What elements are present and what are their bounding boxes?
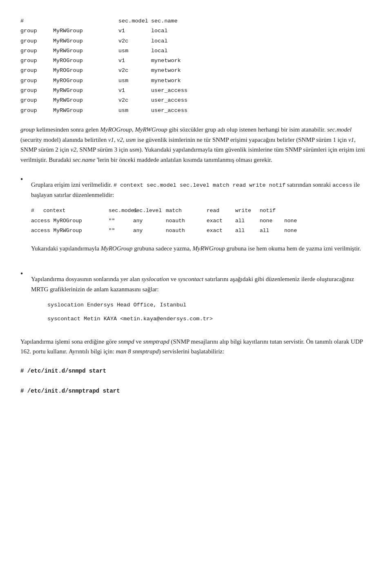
col-secname-header: sec.name xyxy=(151,16,372,26)
italic-man-snmptrapd: man 8 snmptrapd xyxy=(116,348,159,355)
table-header-row: # sec.model sec.name xyxy=(20,16,372,26)
table-row: groupMyROGroupv1mynetwork xyxy=(20,56,372,66)
prose-final: Yapılandırma işlemi sona erdiğine göre s… xyxy=(20,337,372,357)
prose-italic-myrwgroup: MyRWGroup xyxy=(135,126,167,133)
table-row: groupMyROGroupv2cmynetwork xyxy=(20,66,372,76)
access-config-table: # context sec.model sec.level match read… xyxy=(31,206,372,236)
col-empty xyxy=(53,16,118,26)
cmd1-code: # /etc/init.d/snmpd start xyxy=(20,366,372,377)
syslocation-code: syslocation Endersys Head Office, Istanb… xyxy=(47,300,372,311)
prose-italic-secname: sec.name xyxy=(73,156,95,163)
table-row: groupMyROGroupusmmynetwork xyxy=(20,76,372,86)
bullet-sys-text: Yapılandırma dosyasının sonlarında yer a… xyxy=(31,274,372,295)
access-header-row: # context sec.model sec.level match read… xyxy=(31,206,372,216)
table-row: groupMyRWGroupusmlocal xyxy=(20,46,372,56)
table-row: groupMyRWGroupv1user_access xyxy=(20,86,372,96)
italic-myrogroup-2: MyROGroup xyxy=(101,245,133,252)
cmd2-code: # /etc/init.d/snmptrapd start xyxy=(20,386,372,397)
snmp-group-config-table: # sec.model sec.name groupMyRWGroupv1loc… xyxy=(20,16,372,116)
syscontact-code: syscontact Metin KAYA <metin.kaya@enders… xyxy=(47,314,372,324)
table-row: groupMyRWGroupusmuser_access xyxy=(20,106,372,116)
bullet-dot-2: • xyxy=(20,268,29,279)
table-row: groupMyRWGroupv2cuser_access xyxy=(20,96,372,105)
table-row: groupMyRWGroupv2clocal xyxy=(20,36,372,46)
bullet-dot-1: • xyxy=(20,174,29,185)
table-row: groupMyRWGroupv1local xyxy=(20,26,372,36)
bullet-content-sys: Yapılandırma dosyasının sonlarında yer a… xyxy=(31,268,372,328)
access-result-text: Yukarıdaki yapılandırmayla MyROGroup gru… xyxy=(31,244,372,254)
italic-snmpd: snmpd xyxy=(118,338,134,345)
prose-italic-myrogroup: MyROGroup xyxy=(100,126,132,133)
inline-code-access: access xyxy=(332,182,352,188)
col-hash: # xyxy=(20,16,53,26)
italic-snmptrapd: snmptrapd xyxy=(143,338,169,345)
italic-syscontact: syscontact xyxy=(178,276,203,282)
prose-italic-group: group xyxy=(20,126,35,133)
bullet-item-access: • Gruplara erişim izni verilmelidir. # c… xyxy=(20,174,372,259)
prose-group-description: group kelimesinden sonra gelen MyROGroup… xyxy=(20,125,372,165)
italic-myrwgroup-2: MyRWGroup xyxy=(193,245,225,252)
access-data-row-1: access MyROGroup "" any noauth exact all… xyxy=(31,216,372,226)
access-data-row-2: access MyRWGroup "" any noauth exact all… xyxy=(31,226,372,236)
inline-code-context: # context sec.model sec.level match read… xyxy=(114,182,285,188)
prose-italic-secmodel: sec.model xyxy=(327,126,352,133)
bullet-content-access: Gruplara erişim izni verilmelidir. # con… xyxy=(31,174,372,259)
bullet-access-text: Gruplara erişim izni verilmelidir. # con… xyxy=(31,180,372,200)
italic-syslocation: syslocation xyxy=(142,276,169,282)
col-secmodel-header: sec.model xyxy=(118,16,151,26)
bullet-item-syslocation: • Yapılandırma dosyasının sonlarında yer… xyxy=(20,268,372,328)
